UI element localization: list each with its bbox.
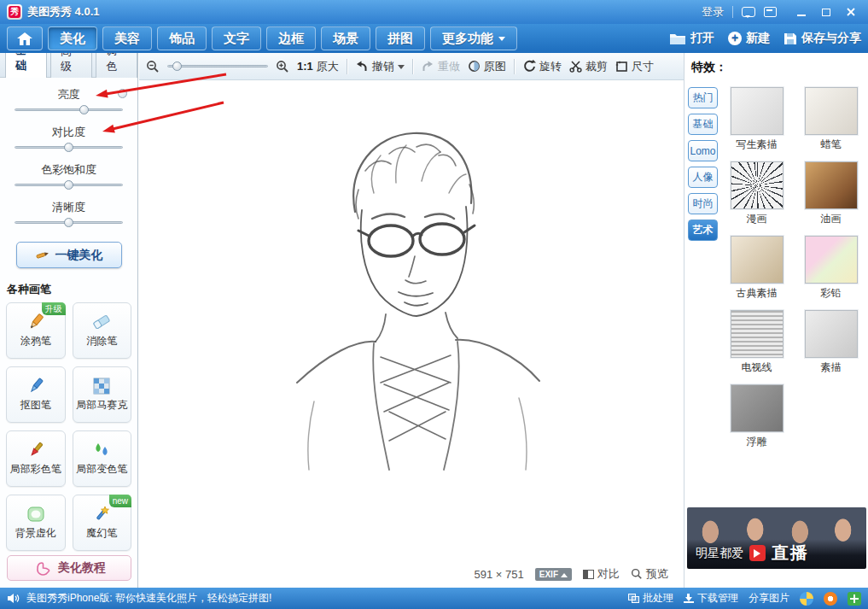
background-blur-button[interactable]: 背景虚化 xyxy=(6,495,66,551)
one-click-beautify-button[interactable]: 一键美化 xyxy=(16,242,122,268)
effect-emboss[interactable]: 浮雕 xyxy=(722,384,791,449)
slider-thumb[interactable] xyxy=(64,218,73,227)
category-portrait[interactable]: 人像 xyxy=(688,167,718,188)
tab-collage[interactable]: 拼图 xyxy=(376,26,425,50)
effect-comic[interactable]: 漫画 xyxy=(722,161,791,226)
ad-text: 明星都爱 xyxy=(696,546,743,561)
tab-accessories[interactable]: 饰品 xyxy=(157,26,207,50)
preview-button[interactable]: 预览 xyxy=(631,566,668,582)
open-button[interactable]: 打开 xyxy=(669,31,714,46)
compare-button[interactable]: 对比 xyxy=(583,566,620,582)
category-fashion[interactable]: 时尚 xyxy=(688,193,718,214)
effect-thumbnail[interactable] xyxy=(805,161,858,209)
ad-banner[interactable]: 明星都爱 直播 xyxy=(687,507,866,569)
contrast-slider[interactable] xyxy=(15,143,123,153)
editor-area: 1:1 原大 撤销 重做 原图 旋转 xyxy=(139,53,684,588)
category-art[interactable]: 艺术 xyxy=(688,220,718,241)
slider-thumb[interactable] xyxy=(64,180,73,190)
toolbar-separator xyxy=(347,59,347,74)
effect-label: 素描 xyxy=(821,360,842,375)
crop-button[interactable]: 裁剪 xyxy=(569,59,608,74)
effects-grid: 写生素描 蜡笔 漫画 油画 古典素描 彩铅 电视线 素描 浮雕 xyxy=(722,87,867,449)
category-hot[interactable]: 热门 xyxy=(688,87,718,108)
home-button[interactable] xyxy=(7,26,43,50)
effect-label: 蜡笔 xyxy=(821,138,842,152)
eraser-pen-button[interactable]: 消除笔 xyxy=(73,302,132,359)
resize-button[interactable]: 尺寸 xyxy=(615,59,654,74)
message-icon[interactable] xyxy=(742,7,755,17)
category-lomo[interactable]: Lomo xyxy=(688,140,718,161)
status-message[interactable]: 美图秀秀iPhone版: 帮你快速美化照片，轻松搞定拼图! xyxy=(26,591,271,606)
new-button[interactable]: + 新建 xyxy=(728,31,770,46)
download-icon xyxy=(684,594,694,603)
add-app-icon[interactable] xyxy=(848,592,861,606)
batch-process-button[interactable]: 批处理 xyxy=(628,591,673,606)
effect-thumbnail[interactable] xyxy=(731,236,784,284)
saturation-slider[interactable] xyxy=(15,180,123,190)
zoom-out-icon[interactable] xyxy=(146,60,160,73)
slider-thumb[interactable] xyxy=(79,105,89,114)
effect-thumbnail[interactable] xyxy=(805,310,858,358)
orange-circle-app-icon[interactable] xyxy=(824,592,837,606)
show-original-button[interactable]: 原图 xyxy=(468,59,506,74)
share-image-button[interactable]: 分享图片 xyxy=(749,591,789,606)
effect-thumbnail[interactable] xyxy=(731,87,784,135)
tab-text[interactable]: 文字 xyxy=(212,26,261,50)
tab-scenes[interactable]: 场景 xyxy=(321,26,370,50)
local-recolor-pen-button[interactable]: 局部变色笔 xyxy=(73,430,132,487)
reset-icon[interactable] xyxy=(118,89,127,98)
tab-more-features[interactable]: 更多功能 xyxy=(430,26,517,50)
doodle-pen-button[interactable]: 升级 涂鸦笔 xyxy=(6,302,66,359)
save-icon xyxy=(784,32,797,45)
brush-label: 局部彩色笔 xyxy=(10,462,61,477)
slider-thumb[interactable] xyxy=(64,143,73,152)
minimize-button[interactable] xyxy=(790,4,812,20)
effect-thumbnail[interactable] xyxy=(731,161,784,209)
effect-sketch[interactable]: 素描 xyxy=(796,310,865,375)
effect-oil-painting[interactable]: 油画 xyxy=(796,161,865,226)
photo-canvas[interactable] xyxy=(246,111,570,525)
brush-grid: 升级 涂鸦笔 消除笔 抠图笔 局部马赛克 局部彩色笔 局 xyxy=(0,302,137,551)
effect-thumbnail[interactable] xyxy=(805,236,858,284)
effect-thumbnail[interactable] xyxy=(731,384,784,432)
redo-button[interactable]: 重做 xyxy=(421,59,460,74)
save-share-button[interactable]: 保存与分享 xyxy=(784,31,861,46)
tab-beauty[interactable]: 美容 xyxy=(102,26,152,50)
effect-crayon[interactable]: 蜡笔 xyxy=(796,87,865,152)
clarity-slider[interactable] xyxy=(15,218,123,228)
folder-icon xyxy=(669,32,686,45)
login-link[interactable]: 登录 xyxy=(702,4,724,20)
effect-tv-lines[interactable]: 电视线 xyxy=(722,310,791,375)
magic-pen-button[interactable]: new 魔幻笔 xyxy=(73,495,132,551)
share-label: 分享图片 xyxy=(749,591,789,606)
slider-thumb[interactable] xyxy=(172,61,182,71)
zoom-in-icon[interactable] xyxy=(276,60,289,73)
effect-sketch-life[interactable]: 写生素描 xyxy=(722,87,791,152)
cutout-pen-button[interactable]: 抠图笔 xyxy=(6,366,66,423)
zoom-slider[interactable] xyxy=(167,61,268,72)
brightness-slider[interactable] xyxy=(15,105,123,115)
close-button[interactable] xyxy=(840,4,861,20)
undo-button[interactable]: 撤销 xyxy=(355,59,405,74)
exif-badge[interactable]: EXIF xyxy=(535,568,572,581)
effect-classic-sketch[interactable]: 古典素描 xyxy=(722,236,791,301)
category-basic[interactable]: 基础 xyxy=(688,114,718,135)
rotate-button[interactable]: 旋转 xyxy=(522,59,562,74)
local-mosaic-button[interactable]: 局部马赛克 xyxy=(73,366,132,423)
beautify-tutorial-button[interactable]: 美化教程 xyxy=(7,555,131,581)
feedback-window-icon[interactable] xyxy=(764,7,777,17)
local-color-pen-button[interactable]: 局部彩色笔 xyxy=(6,430,66,487)
effect-color-pencil[interactable]: 彩铅 xyxy=(796,236,865,301)
original-size-button[interactable]: 1:1 原大 xyxy=(297,59,339,74)
resize-label: 尺寸 xyxy=(632,59,654,74)
clarity-label: 清晰度 xyxy=(0,200,137,214)
effect-thumbnail[interactable] xyxy=(805,87,858,135)
pinwheel-app-icon[interactable] xyxy=(800,592,813,606)
brush-label: 抠图笔 xyxy=(20,398,51,413)
tab-beautify[interactable]: 美化 xyxy=(48,26,97,50)
tab-frames[interactable]: 边框 xyxy=(266,26,316,50)
download-manager-button[interactable]: 下载管理 xyxy=(684,591,738,606)
effect-label: 浮雕 xyxy=(747,435,767,449)
maximize-button[interactable] xyxy=(815,4,836,20)
effect-thumbnail[interactable] xyxy=(731,310,784,358)
